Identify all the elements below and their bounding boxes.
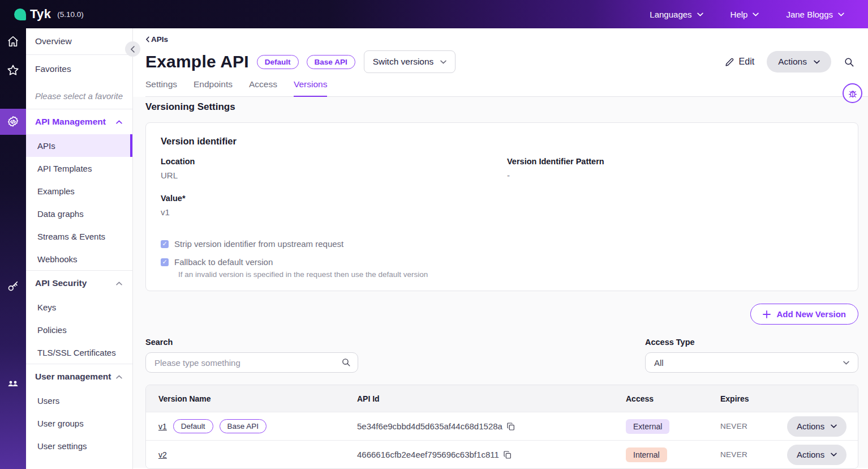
- sidebar-item-label: APIs: [37, 141, 55, 151]
- section-title: Versioning Settings: [145, 97, 858, 113]
- row-actions-button[interactable]: Actions: [787, 445, 846, 465]
- table-header-row: Version Name API Id Access Expires: [146, 385, 858, 412]
- copy-icon[interactable]: [506, 422, 515, 431]
- home-icon[interactable]: [0, 28, 26, 54]
- sidebar-item-api-templates[interactable]: API Templates: [26, 157, 132, 180]
- sidebar-item-label: TLS/SSL Certificates: [37, 348, 116, 357]
- tab-settings[interactable]: Settings: [145, 79, 177, 96]
- default-badge: Default: [173, 419, 213, 433]
- access-type-label: Access Type: [645, 338, 858, 347]
- edit-button[interactable]: Edit: [725, 57, 755, 67]
- field-location: Location URL: [161, 157, 507, 180]
- sidebar: Overview Favorites Please select a favor…: [26, 28, 133, 469]
- user-menu-label: Jane Bloggs: [786, 10, 833, 19]
- add-new-version-button[interactable]: Add New Version: [750, 304, 858, 325]
- search-input[interactable]: [145, 352, 358, 373]
- sidebar-item-user-groups[interactable]: User groups: [26, 412, 132, 434]
- tab-versions[interactable]: Versions: [294, 79, 327, 97]
- search-icon[interactable]: [844, 57, 854, 67]
- actions-button[interactable]: Actions: [767, 51, 831, 73]
- sidebar-item-users[interactable]: Users: [26, 389, 132, 412]
- star-icon[interactable]: [0, 57, 26, 83]
- column-access: Access: [626, 394, 720, 403]
- chevron-down-icon: [843, 361, 849, 365]
- chevron-left-icon: [145, 36, 150, 42]
- card-title: Version identifier: [161, 136, 843, 147]
- key-icon[interactable]: [0, 274, 26, 300]
- fallback-default-checkbox[interactable]: ✓: [161, 258, 169, 266]
- user-menu[interactable]: Jane Bloggs: [786, 10, 844, 19]
- sidebar-favorites-empty: Please select a favorite: [26, 83, 132, 109]
- sidebar-item-label: Data graphs: [37, 209, 84, 219]
- sidebar-item-label: Policies: [37, 325, 67, 335]
- field-value: URL: [161, 170, 507, 180]
- access-badge: Internal: [626, 447, 667, 462]
- help-menu[interactable]: Help: [731, 10, 759, 19]
- sidebar-favorites-title[interactable]: Favorites: [26, 55, 132, 83]
- field-label: Version Identifier Pattern: [507, 157, 843, 166]
- expires-value: NEVER: [720, 450, 787, 459]
- page-title: Example API: [145, 52, 249, 71]
- chevron-down-icon: [753, 12, 759, 16]
- sidebar-item-apis[interactable]: APIs: [26, 134, 132, 157]
- sidebar-item-label: Webhooks: [37, 254, 78, 264]
- sidebar-item-data-graphs[interactable]: Data graphs: [26, 202, 132, 225]
- version-link[interactable]: v1: [158, 422, 167, 431]
- sidebar-item-streams-events[interactable]: Streams & Events: [26, 225, 132, 248]
- column-api-id: API Id: [357, 394, 626, 403]
- sidebar-item-label: Overview: [35, 36, 72, 46]
- sidebar-item-policies[interactable]: Policies: [26, 318, 132, 341]
- icon-rail: [0, 28, 26, 469]
- chevron-left-icon: [130, 46, 135, 53]
- search-icon[interactable]: [341, 357, 351, 367]
- base-api-badge: Base API: [220, 419, 267, 433]
- sidebar-section-user-management[interactable]: User management: [26, 364, 132, 389]
- sidebar-item-overview[interactable]: Overview: [26, 28, 132, 55]
- section-title: User management: [35, 372, 111, 382]
- strip-version-label: Strip version identifier from upstream r…: [174, 239, 343, 249]
- sidebar-section-api-security[interactable]: API Security: [26, 270, 132, 296]
- sidebar-item-label: Keys: [37, 302, 56, 312]
- strip-version-checkbox[interactable]: ✓: [161, 240, 169, 248]
- favorites-empty-text: Please select a favorite: [35, 91, 123, 101]
- tab-access[interactable]: Access: [249, 79, 277, 96]
- chevron-down-icon: [831, 453, 837, 457]
- switch-versions-label: Switch versions: [373, 57, 434, 67]
- sidebar-item-label: Examples: [37, 186, 75, 196]
- chevron-down-icon: [838, 12, 844, 16]
- access-type-value: All: [654, 358, 664, 368]
- breadcrumb-label: APIs: [151, 35, 168, 44]
- sidebar-item-tls-ssl-certificates[interactable]: TLS/SSL Certificates: [26, 341, 132, 364]
- bug-icon: [848, 88, 858, 99]
- sidebar-section-api-management[interactable]: API Management: [26, 109, 132, 134]
- sidebar-item-webhooks[interactable]: Webhooks: [26, 248, 132, 270]
- users-icon[interactable]: [0, 370, 26, 396]
- sidebar-item-label: User groups: [37, 419, 84, 428]
- debug-bug-button[interactable]: [843, 83, 862, 103]
- switch-versions-dropdown[interactable]: Switch versions: [364, 50, 456, 73]
- sidebar-item-examples[interactable]: Examples: [26, 180, 132, 202]
- expires-value: NEVER: [720, 422, 787, 430]
- table-row-v2: v2 4666616cfb2e4eef795696c63bf1c811 Inte…: [146, 440, 858, 468]
- sidebar-item-label: Users: [37, 396, 59, 406]
- row-actions-button[interactable]: Actions: [787, 416, 846, 437]
- sidebar-item-label: Favorites: [35, 64, 71, 74]
- copy-icon[interactable]: [503, 450, 512, 459]
- column-version-name: Version Name: [146, 394, 357, 403]
- access-type-dropdown[interactable]: All: [645, 352, 858, 373]
- sidebar-collapse-button[interactable]: [125, 41, 140, 57]
- breadcrumb[interactable]: APIs: [145, 35, 868, 44]
- chevron-down-icon: [697, 12, 703, 16]
- access-badge: External: [626, 419, 669, 434]
- tyk-logo[interactable]: Tyk: [14, 7, 51, 22]
- sidebar-item-keys[interactable]: Keys: [26, 296, 132, 318]
- content-area: Versioning Settings Version identifier L…: [133, 97, 868, 468]
- sidebar-item-user-settings[interactable]: User settings: [26, 434, 132, 457]
- tab-endpoints[interactable]: Endpoints: [194, 79, 233, 96]
- chevron-down-icon: [440, 60, 446, 64]
- api-management-icon[interactable]: [0, 109, 26, 135]
- version-link[interactable]: v2: [158, 450, 167, 459]
- field-label: Location: [161, 157, 507, 166]
- languages-menu[interactable]: Languages: [650, 10, 703, 19]
- api-id-value: 4666616cfb2e4eef795696c63bf1c811: [357, 450, 499, 459]
